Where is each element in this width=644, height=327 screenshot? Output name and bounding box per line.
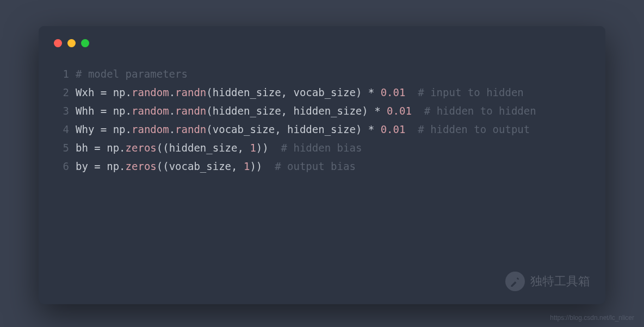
token: . [169, 105, 175, 117]
token: , [238, 142, 250, 154]
token: , [275, 123, 287, 135]
line-content: bh = np.zeros((hidden_size, 1)) # hidden… [76, 139, 362, 157]
token: 0.01 [381, 123, 406, 135]
code-area: 1# model parameters2Wxh = np.random.rand… [54, 65, 590, 175]
line-number: 4 [54, 120, 69, 139]
token: 0.01 [387, 105, 412, 117]
code-line: 5bh = np.zeros((hidden_size, 1)) # hidde… [54, 139, 590, 157]
code-line: 6by = np.zeros((vocab_size, 1)) # output… [54, 157, 590, 175]
code-line: 1# model parameters [54, 65, 590, 83]
line-content: Why = np.random.randn(vocab_size, hidden… [76, 120, 530, 139]
token: # model parameters [76, 68, 188, 80]
code-line: 3Whh = np.random.randn(hidden_size, hidd… [54, 102, 590, 120]
token: hidden_size [287, 123, 356, 135]
token: 1 [244, 160, 250, 172]
token: ( [206, 86, 212, 98]
token: zeros [126, 142, 157, 154]
token: random [132, 105, 169, 117]
code-window: 1# model parameters2Wxh = np.random.rand… [39, 26, 605, 304]
token: randn [175, 123, 206, 135]
token: , [231, 160, 244, 172]
token: = [94, 142, 100, 154]
token: randn [175, 86, 206, 98]
token: np [107, 123, 125, 135]
line-content: # model parameters [76, 65, 188, 83]
token: ) [362, 105, 368, 117]
traffic-lights [54, 39, 590, 47]
token: hidden_size [213, 86, 281, 98]
token: . [126, 105, 132, 117]
token: ( [206, 105, 212, 117]
line-content: Wxh = np.random.randn(hidden_size, vocab… [76, 83, 524, 102]
code-line: 2Wxh = np.random.randn(hidden_size, voca… [54, 83, 590, 102]
code-line: 4Why = np.random.randn(vocab_size, hidde… [54, 120, 590, 139]
token: )) [256, 142, 269, 154]
token: = [101, 123, 107, 135]
line-content: by = np.zeros((vocab_size, 1)) # output … [76, 157, 356, 175]
token: by [76, 160, 94, 172]
token: hidden_size [169, 142, 238, 154]
token: . [119, 142, 125, 154]
token: random [132, 86, 169, 98]
token: )) [250, 160, 262, 172]
token: ( [206, 123, 212, 135]
token: = [101, 105, 107, 117]
token: = [101, 86, 107, 98]
token: np [107, 105, 125, 117]
token: * [368, 105, 387, 117]
token: . [169, 86, 175, 98]
close-icon[interactable] [54, 39, 62, 47]
token: . [119, 160, 125, 172]
token: ) [356, 86, 362, 98]
token: randn [175, 105, 206, 117]
token: bh [76, 142, 94, 154]
token: . [169, 123, 175, 135]
token: . [126, 123, 132, 135]
watermark-badge: 独特工具箱 [505, 272, 590, 291]
token: 1 [250, 142, 256, 154]
token: # hidden to hidden [412, 105, 536, 117]
token: , [281, 86, 294, 98]
token: np [101, 142, 119, 154]
token: Wxh [76, 86, 101, 98]
token: ) [356, 123, 362, 135]
token: 0.01 [381, 86, 406, 98]
footer-watermark: https://blog.csdn.net/lc_nlicer [550, 314, 634, 322]
token: # output bias [262, 160, 356, 172]
token: hidden_size [293, 105, 362, 117]
token: Why [76, 123, 101, 135]
maximize-icon[interactable] [81, 39, 89, 47]
watermark-text: 独特工具箱 [530, 273, 590, 290]
token: vocab_size [169, 160, 231, 172]
line-number: 6 [54, 157, 69, 175]
token: vocab_size [213, 123, 275, 135]
token: hidden_size [213, 105, 281, 117]
token: np [107, 86, 125, 98]
token: vocab_size [293, 86, 355, 98]
token: * [362, 123, 380, 135]
line-number: 2 [54, 83, 69, 102]
tool-icon [505, 272, 525, 291]
line-number: 3 [54, 102, 69, 120]
minimize-icon[interactable] [67, 39, 76, 47]
token: = [94, 160, 100, 172]
token: zeros [126, 160, 157, 172]
line-content: Whh = np.random.randn(hidden_size, hidde… [76, 102, 536, 120]
token: # hidden to output [405, 123, 530, 135]
token: # input to hidden [405, 86, 523, 98]
token: Whh [76, 105, 101, 117]
token: * [362, 86, 380, 98]
token: (( [157, 142, 169, 154]
line-number: 1 [54, 65, 69, 83]
token: , [281, 105, 294, 117]
token: random [132, 123, 169, 135]
token: . [126, 86, 132, 98]
token: (( [157, 160, 169, 172]
token: # hidden bias [269, 142, 362, 154]
token: np [101, 160, 119, 172]
line-number: 5 [54, 139, 69, 157]
